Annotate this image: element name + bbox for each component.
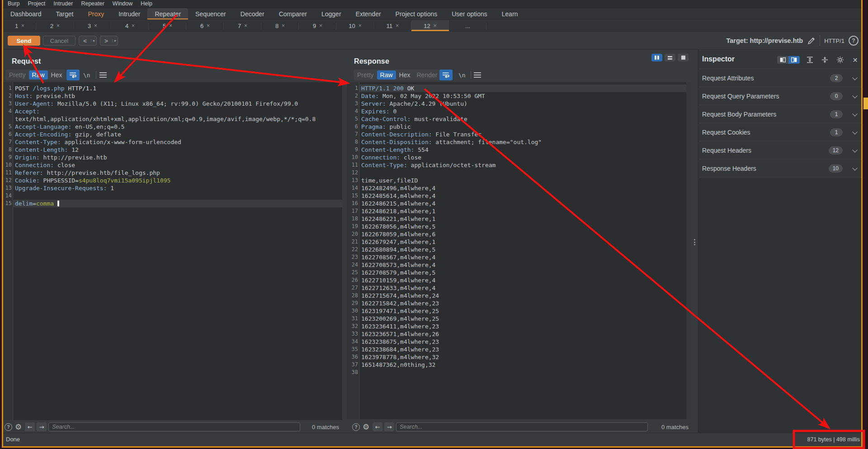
close-tab-icon[interactable]: × — [244, 23, 247, 29]
tab-extender[interactable]: Extender — [349, 8, 388, 19]
back-button[interactable]: < ▼ — [79, 36, 97, 46]
response-inspector-splitter[interactable] — [694, 239, 696, 245]
tab-sequencer[interactable]: Sequencer — [188, 8, 233, 19]
close-tab-icon[interactable]: × — [57, 23, 60, 29]
inspector-dock-right-button[interactable] — [788, 56, 800, 64]
tab-learn[interactable]: Learn — [495, 8, 525, 19]
close-tab-icon[interactable]: × — [319, 23, 322, 29]
chevron-down-icon[interactable] — [853, 112, 857, 116]
tab-comparer[interactable]: Comparer — [272, 8, 314, 19]
back-dropdown-icon[interactable]: ▼ — [91, 39, 96, 42]
inspector-close-button[interactable]: ✕ — [851, 56, 859, 64]
close-tab-icon[interactable]: × — [359, 23, 362, 29]
chevron-down-icon[interactable] — [853, 76, 857, 80]
tab-intruder[interactable]: Intruder — [111, 8, 147, 19]
response-view-tab-hex[interactable]: Hex — [396, 70, 414, 80]
repeater-tab-6[interactable]: 6× — [186, 20, 224, 31]
cancel-button[interactable]: Cancel — [43, 36, 75, 46]
repeater-tab-11[interactable]: 11× — [374, 20, 411, 31]
layout-rows-button[interactable] — [665, 54, 675, 61]
request-menu-icon[interactable] — [99, 72, 107, 78]
chevron-down-icon[interactable] — [853, 148, 857, 152]
close-tab-icon[interactable]: × — [282, 23, 285, 29]
forward-dropdown-icon[interactable]: ▼ — [112, 39, 118, 42]
inspector-section-request-body-parameters[interactable]: Request Body Parameters1 — [698, 105, 861, 123]
tab-decoder[interactable]: Decoder — [233, 8, 272, 19]
inspector-section-request-cookies[interactable]: Request Cookies1 — [698, 123, 861, 141]
tab-logger[interactable]: Logger — [314, 8, 349, 19]
close-tab-icon[interactable]: × — [396, 23, 399, 29]
close-tab-icon[interactable]: × — [169, 23, 172, 29]
menu-item-help[interactable]: Help — [137, 0, 156, 8]
expand-all-button[interactable] — [806, 56, 814, 64]
inspector-settings-button[interactable] — [836, 56, 844, 64]
forward-button[interactable]: > ▼ — [100, 36, 118, 46]
send-button[interactable]: Send — [8, 36, 40, 46]
menu-item-window[interactable]: Window — [108, 0, 137, 8]
search-prev-button[interactable]: ← — [373, 422, 382, 431]
response-menu-icon[interactable] — [474, 72, 481, 78]
response-scrollbar[interactable] — [686, 82, 691, 419]
menu-item-intruder[interactable]: Intruder — [49, 0, 77, 8]
repeater-tab-3[interactable]: 3× — [74, 20, 111, 31]
search-settings-icon[interactable]: ⚙ — [15, 423, 22, 431]
inspector-dock-left-button[interactable] — [777, 56, 788, 64]
tab-proxy[interactable]: Proxy — [80, 8, 111, 19]
tab-dashboard[interactable]: Dashboard — [3, 8, 49, 19]
tab-user-options[interactable]: User options — [444, 8, 495, 19]
collapse-all-button[interactable] — [821, 56, 829, 64]
inspector-section-request-query-parameters[interactable]: Request Query Parameters0 — [698, 87, 861, 105]
chevron-down-icon[interactable] — [853, 94, 857, 98]
close-tab-icon[interactable]: × — [132, 23, 135, 29]
request-search-input[interactable] — [48, 422, 300, 431]
repeater-tab-7[interactable]: 7× — [224, 20, 261, 31]
close-tab-icon[interactable]: × — [434, 23, 437, 29]
response-editor[interactable]: 1HTTP/1.1 200 OK2Date: Mon, 02 May 2022 … — [347, 82, 691, 419]
repeater-tab-2[interactable]: 2× — [36, 20, 74, 31]
request-view-tab-hex[interactable]: Hex — [48, 70, 66, 80]
close-tab-icon[interactable]: × — [21, 23, 24, 29]
repeater-tab-9[interactable]: 9× — [299, 20, 336, 31]
help-icon[interactable]: ? — [849, 36, 859, 46]
layout-columns-button[interactable] — [651, 54, 662, 61]
search-help-icon[interactable]: ? — [352, 423, 360, 431]
search-help-icon[interactable]: ? — [5, 423, 12, 431]
close-tab-icon[interactable]: × — [94, 23, 97, 29]
inspector-section-response-headers[interactable]: Response Headers10 — [698, 159, 861, 177]
chevron-down-icon[interactable] — [853, 130, 857, 134]
request-view-tab-pretty[interactable]: Pretty — [6, 70, 29, 80]
inspector-section-request-attributes[interactable]: Request Attributes2 — [698, 69, 861, 87]
repeater-tab-more[interactable]: ... — [449, 20, 486, 31]
menu-item-repeater[interactable]: Repeater — [77, 0, 108, 8]
menu-item-burp[interactable]: Burp — [4, 0, 24, 8]
search-prev-button[interactable]: ← — [25, 422, 35, 431]
repeater-tab-1[interactable]: 1× — [3, 20, 36, 31]
response-view-tab-render[interactable]: Render — [414, 70, 441, 80]
request-wrap-toggle[interactable] — [66, 70, 80, 80]
repeater-tab-10[interactable]: 10× — [336, 20, 374, 31]
request-editor[interactable]: 1POST /logs.php HTTP/1.12Host: previse.h… — [3, 82, 342, 420]
layout-single-button[interactable] — [678, 54, 689, 61]
search-next-button[interactable]: → — [384, 422, 394, 431]
response-view-tab-pretty[interactable]: Pretty — [354, 70, 377, 80]
chevron-down-icon[interactable] — [853, 166, 857, 170]
response-newline-toggle[interactable]: \n — [458, 70, 466, 80]
response-view-tab-raw[interactable]: Raw — [377, 70, 396, 80]
request-view-tab-raw[interactable]: Raw — [29, 70, 48, 80]
tab-project-options[interactable]: Project options — [388, 8, 445, 19]
repeater-tab-8[interactable]: 8× — [261, 20, 299, 31]
search-settings-icon[interactable]: ⚙ — [363, 423, 369, 431]
search-next-button[interactable]: → — [37, 422, 47, 431]
inspector-section-request-headers[interactable]: Request Headers12 — [698, 141, 861, 159]
edit-target-icon[interactable] — [807, 37, 816, 45]
repeater-tab-5[interactable]: 5× — [149, 20, 186, 31]
tab-target[interactable]: Target — [49, 8, 81, 19]
response-wrap-toggle[interactable] — [439, 70, 453, 80]
tab-repeater[interactable]: Repeater — [147, 8, 188, 19]
request-newline-toggle[interactable]: \n — [83, 70, 90, 80]
menu-item-project[interactable]: Project — [24, 0, 49, 8]
repeater-tab-4[interactable]: 4× — [111, 20, 149, 31]
close-tab-icon[interactable]: × — [207, 23, 210, 29]
repeater-tab-12[interactable]: 12× — [411, 20, 449, 31]
response-search-input[interactable] — [396, 422, 648, 431]
